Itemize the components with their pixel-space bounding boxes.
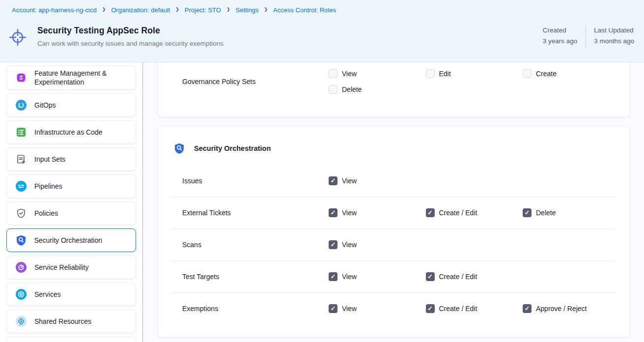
permission-label: Create — [536, 70, 557, 78]
last-updated-value: 3 months ago — [594, 36, 634, 47]
permission-label: View — [342, 305, 357, 313]
sidebar-item-label: Input Sets — [34, 155, 65, 164]
sidebar-item-partial[interactable] — [6, 337, 136, 342]
permission-label: Create / Edit — [439, 209, 477, 217]
permission-grid: View Create / Edit Delete — [329, 208, 620, 217]
sidebar-item-label: Security Orchestration — [34, 236, 103, 245]
sidebar-item-service-reliability[interactable]: Service Reliability — [6, 256, 136, 279]
permission-row-governance-policy-sets: Governance Policy Sets View Edit Create … — [171, 62, 616, 94]
checkbox-checked[interactable] — [329, 176, 337, 185]
checkbox-unchecked[interactable] — [426, 69, 435, 78]
sidebar-item-feature-management-experimentation[interactable]: Feature Management & Experimentation — [6, 65, 136, 90]
pipelines-icon — [15, 180, 27, 192]
breadcrumb-item-organization-default[interactable]: Organization: default — [111, 6, 170, 14]
breadcrumb-item-settings[interactable]: Settings — [236, 6, 259, 14]
permission-section-card-security-orchestration: Security Orchestration Issues View Exter… — [157, 126, 630, 338]
permission-row-issues: Issues View — [171, 165, 616, 197]
sidebar-item-label: Pipelines — [34, 182, 62, 191]
permission-label: View — [342, 177, 357, 185]
sidebar-item-shared-resources[interactable]: Shared Resources — [6, 310, 136, 333]
sidebar-item-policies[interactable]: Policies — [6, 201, 136, 225]
resource-label: Test Targets — [182, 273, 329, 281]
page-header: Security Testing AppSec Role Can work wi… — [0, 20, 644, 62]
permission-option-governance-policy-sets-edit[interactable]: Edit — [426, 69, 523, 78]
permission-grid: View — [329, 240, 620, 249]
breadcrumb-item-project-sto[interactable]: Project: STO — [185, 6, 221, 14]
permission-label: View — [342, 273, 357, 281]
permission-grid: View Create / Edit Approve / Reject — [329, 304, 620, 313]
section-header: Security Orchestration — [158, 126, 629, 154]
permission-option-external-tickets-view[interactable]: View — [329, 208, 426, 217]
permission-section-card: Governance Policy Sets View Edit Create … — [157, 62, 630, 117]
checkbox-checked[interactable] — [426, 304, 435, 313]
sidebar-item-security-orchestration[interactable]: Security Orchestration — [6, 228, 136, 252]
checkbox-checked[interactable] — [329, 304, 337, 313]
permissions-panel: Governance Policy Sets View Edit Create … — [143, 62, 644, 342]
permission-grid: View Edit Create Delete — [329, 69, 620, 94]
page-description: Can work with security issues and manage… — [37, 39, 232, 48]
breadcrumb-separator-icon: ❯ — [264, 7, 268, 12]
infrastructure-as-code-icon — [15, 126, 27, 138]
page-title: Security Testing AppSec Role — [37, 26, 232, 36]
permission-option-test-targets-create-edit[interactable]: Create / Edit — [426, 272, 523, 281]
checkbox-checked[interactable] — [329, 208, 337, 217]
checkbox-checked[interactable] — [426, 208, 435, 217]
permission-option-external-tickets-delete[interactable]: Delete — [523, 208, 620, 217]
sidebar-item-services[interactable]: Services — [6, 283, 136, 306]
permission-option-exemptions-approve-reject[interactable]: Approve / Reject — [523, 304, 620, 313]
checkbox-unchecked[interactable] — [329, 85, 337, 94]
permission-rows: Issues View External Tickets View Create… — [171, 165, 616, 324]
sidebar-list: Feature Management & Experimentation Git… — [0, 62, 142, 342]
checkbox-checked[interactable] — [329, 240, 337, 249]
permission-label: Delete — [342, 86, 362, 93]
permission-grid: View — [329, 176, 620, 185]
permission-option-scans-view[interactable]: View — [329, 240, 426, 249]
permission-label: Create / Edit — [439, 305, 477, 313]
breadcrumb-item-account-app-harness-ng-cicd[interactable]: Account: app-harness-ng-cicd — [12, 6, 97, 14]
input-sets-icon — [15, 153, 27, 165]
role-meta: Created 3 years ago Last Updated 3 month… — [543, 25, 634, 48]
permission-label: View — [342, 209, 357, 217]
created-label: Created — [543, 25, 578, 36]
policies-icon — [15, 207, 27, 219]
permission-label: Edit — [439, 70, 451, 78]
resource-category-sidebar: Feature Management & Experimentation Git… — [0, 62, 143, 342]
permission-option-governance-policy-sets-delete[interactable]: Delete — [329, 85, 426, 94]
permission-option-external-tickets-create-edit[interactable]: Create / Edit — [426, 208, 523, 217]
role-crosshair-icon — [7, 27, 28, 62]
permission-grid: View Create / Edit — [329, 272, 620, 281]
permission-option-exemptions-create-edit[interactable]: Create / Edit — [426, 304, 523, 313]
permission-option-issues-view[interactable]: View — [329, 176, 426, 185]
sidebar-item-infrastructure-as-code[interactable]: Infrastructure as Code — [6, 120, 136, 144]
checkbox-unchecked[interactable] — [523, 69, 532, 78]
feature-flags-icon — [15, 72, 27, 84]
sidebar-item-label: Policies — [34, 209, 58, 218]
checkbox-checked[interactable] — [426, 272, 435, 281]
permission-row-test-targets: Test Targets View Create / Edit — [171, 260, 616, 292]
checkbox-checked[interactable] — [523, 208, 532, 217]
sidebar-item-label: Service Reliability — [34, 263, 88, 272]
breadcrumb-separator-icon: ❯ — [226, 7, 230, 12]
service-reliability-icon — [15, 261, 27, 273]
sidebar-item-input-sets[interactable]: Input Sets — [6, 147, 136, 171]
permission-option-governance-policy-sets-create[interactable]: Create — [523, 69, 620, 78]
permission-option-test-targets-view[interactable]: View — [329, 272, 426, 281]
checkbox-checked[interactable] — [329, 272, 337, 281]
resource-label: Exemptions — [182, 305, 329, 313]
checkbox-unchecked[interactable] — [329, 69, 337, 78]
sidebar-item-label: Infrastructure as Code — [34, 128, 103, 137]
sidebar-item-pipelines[interactable]: Pipelines — [6, 174, 136, 198]
permission-label: Create / Edit — [439, 273, 477, 281]
permission-option-governance-policy-sets-view[interactable]: View — [329, 69, 426, 78]
gitops-icon — [15, 99, 27, 111]
resource-label: Scans — [182, 241, 329, 249]
permission-row-scans: Scans View — [171, 228, 616, 260]
resource-label: Issues — [182, 177, 329, 185]
permission-option-exemptions-view[interactable]: View — [329, 304, 426, 313]
breadcrumb-item-access-control-roles[interactable]: Access Control: Roles — [273, 6, 336, 14]
checkbox-checked[interactable] — [523, 304, 532, 313]
created-value: 3 years ago — [543, 36, 578, 47]
section-title: Security Orchestration — [194, 144, 271, 152]
last-updated-label: Last Updated — [594, 25, 634, 36]
sidebar-item-gitops[interactable]: GitOps — [6, 93, 136, 117]
